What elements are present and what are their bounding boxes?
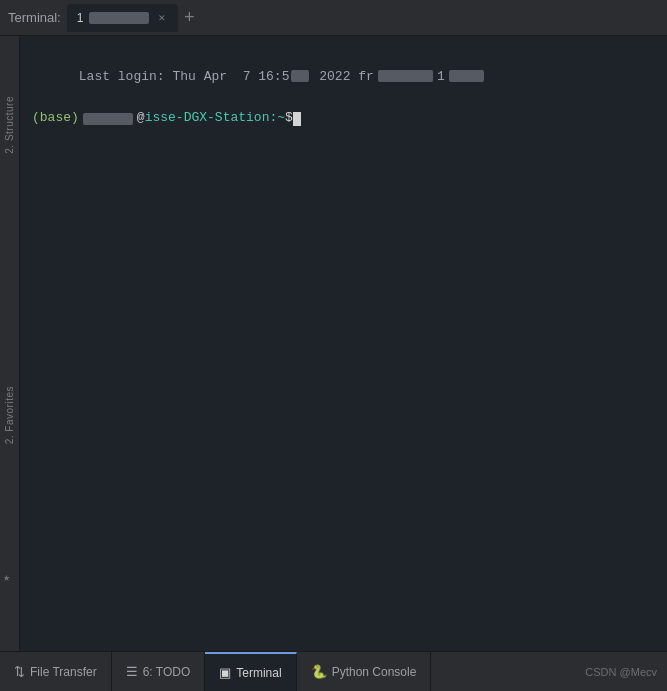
terminal-area: 2. Structure 2. Favorites ★ Last login: … [0,36,667,651]
prompt-at: @ [137,108,145,129]
prompt-symbol: $ [285,108,293,129]
prompt-base: (base) [32,108,79,129]
login-redacted-3 [449,70,484,82]
terminal-icon: ▣ [219,665,231,680]
terminal-content[interactable]: Last login: Thu Apr 7 16:5 2022 fr1 (bas… [20,36,667,651]
login-redacted-1 [291,70,309,82]
structure-label: 2. Structure [4,96,15,154]
login-text-1: Last login: Thu Apr 7 16:5 [79,69,290,84]
tab-bar: Terminal: 1 ✕ + [0,0,667,36]
terminal-tab-1[interactable]: 1 ✕ [67,4,178,32]
login-text-3: 1 [437,69,445,84]
terminal-label: Terminal [236,666,281,680]
file-transfer-icon: ⇅ [14,664,25,679]
prompt-user-redacted [83,113,133,125]
terminal-button[interactable]: ▣ Terminal [205,652,296,691]
tab-1-label: 1 [77,11,84,25]
new-tab-button[interactable]: + [178,9,201,27]
terminal-label: Terminal: [8,10,61,25]
file-transfer-label: File Transfer [30,665,97,679]
python-icon: 🐍 [311,664,327,679]
todo-icon: ☰ [126,664,138,679]
todo-button[interactable]: ☰ 6: TODO [112,652,206,691]
bottom-toolbar: ⇅ File Transfer ☰ 6: TODO ▣ Terminal 🐍 P… [0,651,667,691]
favorites-label: 2. Favorites [4,386,15,444]
star-icon: ★ [3,570,10,585]
toolbar-left: ⇅ File Transfer ☰ 6: TODO ▣ Terminal 🐍 P… [0,652,431,691]
left-sidebar: 2. Structure 2. Favorites ★ [0,36,20,651]
prompt-host: isse-DGX-Station [145,108,270,129]
prompt-path: :~ [269,108,285,129]
watermark: CSDN @Mecv [585,666,667,678]
python-console-button[interactable]: 🐍 Python Console [297,652,432,691]
login-text-2: 2022 fr [311,69,373,84]
prompt-line: (base) @ isse-DGX-Station :~ $ [32,108,655,129]
login-line: Last login: Thu Apr 7 16:5 2022 fr1 [32,46,655,108]
login-redacted-2 [378,70,433,82]
terminal-cursor [293,112,301,126]
file-transfer-button[interactable]: ⇅ File Transfer [0,652,112,691]
python-console-label: Python Console [332,665,417,679]
todo-label: 6: TODO [143,665,191,679]
tab-1-redacted [89,12,149,24]
tab-1-close[interactable]: ✕ [155,10,168,25]
